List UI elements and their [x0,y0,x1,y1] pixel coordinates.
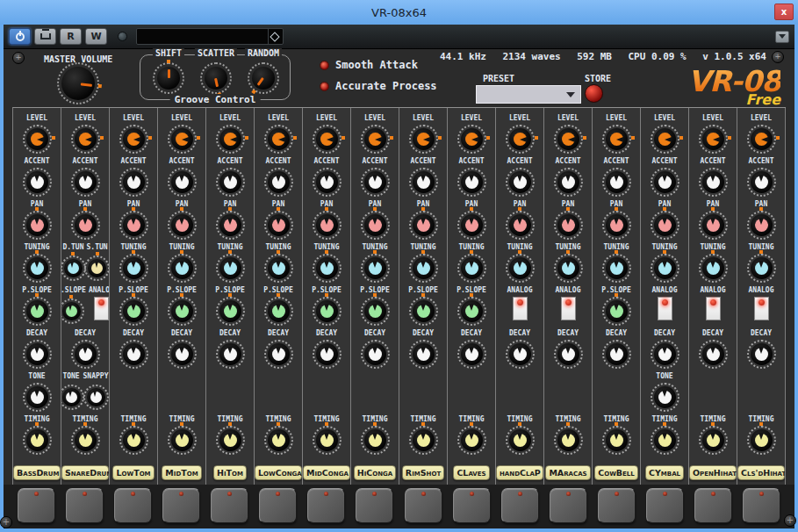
drum-pad[interactable] [743,488,780,523]
random-knob[interactable] [252,67,275,90]
decay-knob[interactable] [751,343,773,365]
level-knob[interactable] [171,128,193,150]
channel-name-button[interactable]: MAracas [545,465,590,480]
pslope-knob[interactable] [364,300,386,322]
timing-knob[interactable] [413,429,435,451]
pslope-knob[interactable] [268,300,290,322]
drum-pad[interactable] [501,488,539,523]
tuning-knob[interactable] [413,257,435,279]
tuning-knob[interactable] [268,257,290,279]
accent-knob[interactable] [219,171,241,193]
level-knob[interactable] [654,128,676,150]
pslope-knob[interactable] [123,300,145,322]
pan-knob[interactable] [26,214,48,236]
smooth-attack-option[interactable]: Smooth Attack [320,59,418,71]
master-volume-knob[interactable] [61,67,95,100]
pan-knob[interactable] [606,214,628,236]
timing-knob[interactable] [123,429,145,451]
title-bar[interactable]: VR-08x64 x [0,0,798,25]
accent-knob[interactable] [413,171,435,193]
analog-switch[interactable] [513,297,528,320]
accent-knob[interactable] [316,171,338,193]
preset-dropdown[interactable] [476,85,581,104]
pslope-knob[interactable] [171,300,193,322]
channel-name-button[interactable]: OpenHihat [689,465,737,480]
level-knob[interactable] [268,128,290,150]
tuning-knob[interactable] [171,257,193,279]
pan-knob[interactable] [461,214,483,236]
level-knob[interactable] [123,128,145,150]
level-knob[interactable] [751,128,773,150]
decay-knob[interactable] [316,343,338,365]
drum-pad[interactable] [162,488,200,523]
decay-knob[interactable] [123,343,145,365]
tuning-knob[interactable] [606,257,628,279]
accent-knob[interactable] [509,171,531,193]
analog-switch[interactable] [658,297,672,320]
drum-pad[interactable] [598,488,636,523]
level-knob[interactable] [316,128,338,150]
tuning-knob[interactable] [509,257,531,279]
drum-pad[interactable] [550,488,587,523]
program-display[interactable] [136,28,284,45]
pslope-knob[interactable] [461,300,483,322]
timing-knob[interactable] [461,429,483,451]
timing-knob[interactable] [219,429,241,451]
decay-knob[interactable] [75,343,97,365]
drum-pad[interactable] [18,488,55,523]
decay-knob[interactable] [364,343,386,365]
analog-switch[interactable] [561,297,576,320]
pan-knob[interactable] [171,214,193,236]
channel-name-button[interactable]: MidTom [162,465,201,480]
tuning-knob[interactable] [123,257,145,279]
channel-name-button[interactable]: CowBell [594,465,638,480]
pan-knob[interactable] [75,214,97,236]
decay-knob[interactable] [219,343,241,365]
tuning-knob[interactable] [26,257,48,279]
drum-pad[interactable] [694,488,732,523]
timing-knob[interactable] [316,429,338,451]
drum-pad[interactable] [405,488,442,523]
drum-pad[interactable] [356,488,393,523]
pan-knob[interactable] [654,214,676,236]
accent-knob[interactable] [654,171,676,193]
timing-knob[interactable] [171,429,193,451]
timing-knob[interactable] [751,429,773,451]
accent-knob[interactable] [364,171,386,193]
channel-name-button[interactable]: HiTom [213,465,247,480]
level-knob[interactable] [26,128,48,150]
channel-name-button[interactable]: handClaP [496,465,543,480]
level-knob[interactable] [219,128,241,150]
decay-knob[interactable] [557,343,579,365]
timing-knob[interactable] [606,429,628,451]
tone-knob[interactable] [62,388,81,406]
scatter-knob[interactable] [205,67,227,90]
decay-knob[interactable] [268,343,290,365]
decay-knob[interactable] [654,343,676,365]
tuning-knob[interactable] [702,257,724,279]
tone-knob[interactable] [654,386,676,408]
accent-knob[interactable] [171,171,193,193]
write-automation-button[interactable]: W [85,28,107,45]
accent-knob[interactable] [751,171,773,193]
pan-knob[interactable] [123,214,145,236]
pan-knob[interactable] [413,214,435,236]
drum-pad[interactable] [259,488,297,523]
decay-knob[interactable] [461,343,483,365]
level-knob[interactable] [413,128,435,150]
timing-knob[interactable] [557,429,579,451]
pan-knob[interactable] [268,214,290,236]
channel-name-button[interactable]: LowTom [112,465,154,480]
drum-pad[interactable] [66,488,104,523]
dtun-knob[interactable] [64,259,83,277]
decay-knob[interactable] [702,343,724,365]
level-knob[interactable] [461,128,483,150]
tuning-knob[interactable] [219,257,241,279]
power-button[interactable] [9,28,31,45]
toolbar-menu-button[interactable] [775,31,789,43]
timing-knob[interactable] [364,429,386,451]
tuning-knob[interactable] [364,257,386,279]
drum-pad[interactable] [646,488,684,523]
bypass-button[interactable] [34,28,56,45]
timing-knob[interactable] [509,429,531,451]
